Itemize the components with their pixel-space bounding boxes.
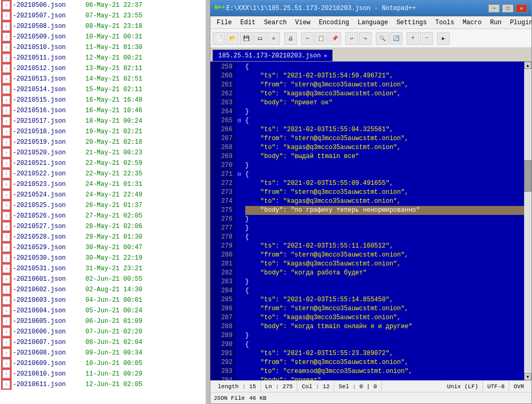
close-tab-button[interactable]: ✕ <box>267 32 280 45</box>
menu-search[interactable]: Search <box>260 18 291 27</box>
list-item[interactable]: J -20210518.json 19-May-21 02:21 <box>0 126 206 137</box>
list-item[interactable]: J -20210524.json 24-May-21 22:49 <box>0 190 206 200</box>
scroll-up-button[interactable]: ▲ <box>524 62 531 69</box>
list-item[interactable]: J -20210509.json 10-May-21 00:31 <box>0 32 206 42</box>
minimize-button[interactable]: − <box>488 4 500 13</box>
scroll-down-button[interactable]: ▼ <box>524 373 531 380</box>
code-line: } <box>245 107 524 116</box>
file-icon: J <box>1 116 12 126</box>
menu-macro[interactable]: Macro <box>459 18 486 27</box>
menu-file[interactable]: File <box>212 18 236 27</box>
list-item[interactable]: J -20210610.json 11-Jun-21 00:29 <box>0 369 206 379</box>
menu-settings[interactable]: Settings <box>392 18 431 27</box>
list-item[interactable]: J -20210602.json 02-Aug-21 14:30 <box>0 284 206 295</box>
file-date: 28-May-21 02:06 <box>85 223 142 230</box>
maximize-button[interactable]: □ <box>502 4 514 13</box>
scroll-track[interactable] <box>524 69 531 373</box>
list-item[interactable]: J -20210604.json 05-Jun-21 00:24 <box>0 306 206 316</box>
list-item[interactable]: J -20210527.json 28-May-21 02:06 <box>0 221 206 232</box>
list-item[interactable]: J -20210514.json 15-May-21 02:11 <box>0 84 206 95</box>
list-item[interactable]: J -20210506.json 06-May-21 22:37 <box>0 0 206 11</box>
file-name: -20210605.json <box>13 318 81 325</box>
list-item[interactable]: J -20210531.json 31-May-21 23:21 <box>0 263 206 274</box>
paste-button[interactable]: 📌 <box>328 32 341 45</box>
file-icon-inner: J <box>3 54 10 62</box>
save-button[interactable]: 💾 <box>240 32 253 45</box>
list-item[interactable]: J -20210611.json 12-Jun-21 02:05 <box>0 379 206 390</box>
file-date: 11-May-21 01:30 <box>85 44 142 51</box>
file-icon-inner: J <box>3 1 10 9</box>
menu-plugins[interactable]: Plugins <box>506 18 532 27</box>
list-item[interactable]: J -20210529.json 30-May-21 00:47 <box>0 242 206 253</box>
run-button[interactable]: ▶ <box>437 32 450 45</box>
list-item[interactable]: J -20210508.json 08-May-21 23:18 <box>0 21 206 32</box>
status-col: Col : 12 <box>297 381 334 392</box>
tab-bar: 185.25.51.173-20210203.json ✕ <box>210 48 531 62</box>
replace-button[interactable]: 🔄 <box>390 32 402 45</box>
list-item[interactable]: J -20210517.json 18-May-21 00:24 <box>0 116 206 126</box>
list-item[interactable]: J -20210522.json 22-May-21 22:35 <box>0 169 206 179</box>
undo-button[interactable]: ↩ <box>345 32 358 45</box>
file-name: -20210510.json <box>13 44 81 51</box>
file-list[interactable]: J -20210506.json 06-May-21 22:37 J -2021… <box>0 0 206 404</box>
editor-area[interactable]: 2592602612622632642652662672682692702712… <box>210 62 531 380</box>
vertical-scrollbar[interactable]: ▲ ▼ <box>524 62 531 380</box>
list-item[interactable]: J -20210519.json 20-May-21 02:18 <box>0 137 206 147</box>
list-item[interactable]: J -20210609.json 10-Jun-21 00:05 <box>0 358 206 369</box>
file-name: -20210519.json <box>13 139 81 146</box>
list-item[interactable]: J -20210601.json 02-Jun-21 00:55 <box>0 274 206 284</box>
copy-button[interactable]: 📋 <box>315 32 327 45</box>
code-content[interactable]: { "ts": "2021-02-03T15:54:59.496721", "f… <box>243 62 524 380</box>
list-item[interactable]: J -20210608.json 09-Jun-21 00:34 <box>0 348 206 358</box>
file-icon: J <box>1 369 12 379</box>
scroll-thumb[interactable] <box>524 160 531 192</box>
menu-view[interactable]: View <box>291 18 315 27</box>
file-icon-inner: J <box>3 96 10 104</box>
list-item[interactable]: J -20210525.json 26-May-21 01:37 <box>0 200 206 211</box>
file-date: 26-May-21 01:37 <box>85 202 142 209</box>
print-button[interactable]: 🖨 <box>284 32 297 45</box>
cut-button[interactable]: ✂ <box>301 32 314 45</box>
list-item[interactable]: J -20210510.json 11-May-21 01:30 <box>0 42 206 53</box>
menu-language[interactable]: Language <box>353 18 392 27</box>
file-icon: J <box>1 84 12 95</box>
menu-edit[interactable]: Edit <box>236 18 260 27</box>
menu-tools[interactable]: Tools <box>431 18 458 27</box>
close-button[interactable]: ✕ <box>516 4 527 13</box>
list-item[interactable]: J -20210603.json 04-Jun-21 00:01 <box>0 295 206 306</box>
file-icon-inner: J <box>3 254 10 262</box>
file-date: 29-May-21 01:30 <box>85 233 142 241</box>
list-item[interactable]: J -20210521.json 22-May-21 02:59 <box>0 158 206 169</box>
list-item[interactable]: J -20210507.json 07-May-21 23:55 <box>0 11 206 21</box>
list-item[interactable]: J -20210516.json 16-May-21 10:46 <box>0 105 206 116</box>
list-item[interactable]: J -20210512.json 13-May-21 02:11 <box>0 63 206 74</box>
redo-button[interactable]: ↪ <box>359 32 372 45</box>
code-line: "to": "kagas@q3mcco35auwcstmt.onion", <box>245 313 524 322</box>
list-item[interactable]: J -20210520.json 21-May-21 00:23 <box>0 147 206 158</box>
file-name: -20210607.json <box>13 339 81 346</box>
zoom-in-button[interactable]: + <box>407 32 419 45</box>
list-item[interactable]: J -20210528.json 29-May-21 01:30 <box>0 232 206 242</box>
list-item[interactable]: J -20210530.json 30-May-21 22:19 <box>0 253 206 263</box>
list-item[interactable]: J -20210523.json 24-May-21 01:31 <box>0 179 206 190</box>
file-icon: J <box>1 253 12 263</box>
menu-encoding[interactable]: Encoding <box>315 18 354 27</box>
list-item[interactable]: J -20210606.json 07-Jun-21 02:28 <box>0 327 206 337</box>
active-tab[interactable]: 185.25.51.173-20210203.json ✕ <box>212 50 333 61</box>
find-button[interactable]: 🔍 <box>376 32 389 45</box>
tab-close-button[interactable]: ✕ <box>324 53 327 59</box>
file-date: 18-May-21 00:24 <box>85 117 142 125</box>
list-item[interactable]: J -20210526.json 27-May-21 02:05 <box>0 211 206 221</box>
list-item[interactable]: J -20210605.json 06-Jun-21 01:09 <box>0 316 206 327</box>
menu-run[interactable]: Run <box>486 18 506 27</box>
file-name: -20210508.json <box>13 23 81 30</box>
file-icon-inner: J <box>3 180 10 189</box>
save-all-button[interactable]: 🗂 <box>254 32 266 45</box>
zoom-out-button[interactable]: − <box>420 32 433 45</box>
list-item[interactable]: J -20210607.json 08-Jun-21 02:04 <box>0 337 206 348</box>
list-item[interactable]: J -20210513.json 14-May-21 02:51 <box>0 74 206 84</box>
new-button[interactable]: 📄 <box>212 32 225 45</box>
list-item[interactable]: J -20210511.json 12-May-21 00:21 <box>0 53 206 63</box>
open-button[interactable]: 📂 <box>226 32 239 45</box>
list-item[interactable]: J -20210515.json 16-May-21 16:48 <box>0 95 206 105</box>
